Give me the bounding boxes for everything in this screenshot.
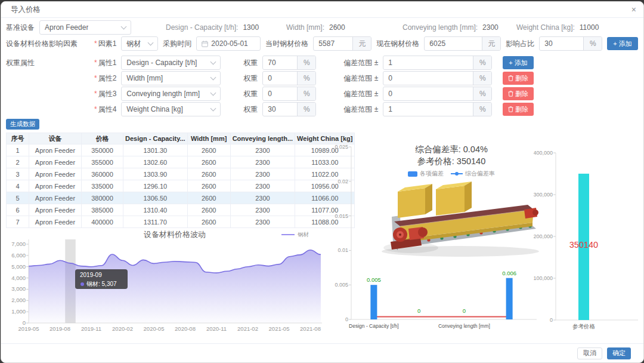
svg-text:0.025: 0.025 bbox=[335, 144, 348, 150]
table-cell: 3 bbox=[7, 168, 29, 180]
svg-text:2021-08: 2021-08 bbox=[300, 325, 321, 332]
range4-input[interactable]: % bbox=[383, 102, 492, 116]
range3-value[interactable] bbox=[383, 90, 473, 98]
chevron-down-icon bbox=[121, 24, 127, 30]
purchase-date-value[interactable] bbox=[208, 39, 260, 48]
price-now-value[interactable] bbox=[425, 39, 482, 48]
attr2-select[interactable]: Width [mm] bbox=[121, 71, 221, 85]
svg-text:0.01: 0.01 bbox=[338, 247, 348, 253]
table-header-cell[interactable]: Width [mm] bbox=[187, 133, 230, 144]
purchase-date-input[interactable] bbox=[196, 36, 261, 51]
svg-text:2019-05: 2019-05 bbox=[18, 325, 39, 332]
trash-icon bbox=[508, 75, 513, 81]
weight3-input[interactable]: % bbox=[262, 87, 316, 101]
confirm-button[interactable]: 确定 bbox=[607, 347, 631, 359]
weight-delete-button[interactable]: 删除 bbox=[503, 72, 534, 85]
table-row[interactable]: 1Apron Feeder3500001301.302600230010989.… bbox=[7, 144, 355, 156]
table-header-cell[interactable]: 设备 bbox=[29, 133, 82, 144]
weight-label: 权重 bbox=[243, 73, 258, 84]
table-cell: 1301.30 bbox=[123, 144, 188, 156]
svg-text:5,000: 5,000 bbox=[11, 263, 26, 270]
chevron-down-icon bbox=[210, 59, 216, 65]
range4-value[interactable] bbox=[383, 105, 473, 113]
table-row[interactable]: 5Apron Feeder3800001306.502600230011066.… bbox=[7, 192, 355, 204]
impact-ratio-input[interactable]: % bbox=[539, 36, 602, 51]
range-label: 偏差范围 ± bbox=[343, 73, 378, 84]
percent-suffix: % bbox=[297, 87, 315, 100]
weight-add-button[interactable]: + 添加 bbox=[503, 56, 533, 69]
impact-ratio-value[interactable] bbox=[540, 39, 583, 48]
range-label: 偏差范围 ± bbox=[343, 104, 378, 115]
table-header-cell[interactable]: 序号 bbox=[7, 133, 29, 144]
spec-capacity-label: Design - Capacity [t/h]: bbox=[166, 23, 238, 32]
range2-input[interactable]: % bbox=[383, 71, 492, 85]
weight2-value[interactable] bbox=[263, 74, 297, 82]
attr3-select[interactable]: Conveying length [mm] bbox=[121, 87, 221, 101]
table-cell: 1311.70 bbox=[123, 216, 188, 228]
spec-width-value: 2600 bbox=[329, 23, 345, 32]
svg-text:2020-05: 2020-05 bbox=[144, 325, 165, 332]
svg-text:2019-09: 2019-09 bbox=[80, 272, 102, 278]
attr1-select[interactable]: Design - Capacity [t/h] bbox=[121, 56, 221, 70]
table-cell: 6 bbox=[7, 204, 29, 216]
price-then-value[interactable] bbox=[314, 39, 352, 48]
table-cell: 2300 bbox=[230, 168, 295, 180]
weight2-input[interactable]: % bbox=[262, 71, 316, 85]
table-cell: 2600 bbox=[187, 204, 230, 216]
svg-text:2019-08: 2019-08 bbox=[49, 325, 70, 332]
spec-length: Conveying length [mm]: 2300 bbox=[402, 20, 499, 35]
svg-text:0: 0 bbox=[417, 307, 420, 314]
table-row[interactable]: 7Apron Feeder4000001311.702600230011088.… bbox=[7, 216, 355, 228]
table-row[interactable]: 4Apron Feeder3350001296.102600230010956.… bbox=[7, 180, 355, 192]
price-then-input[interactable]: 元 bbox=[313, 36, 371, 51]
close-icon[interactable]: × bbox=[631, 2, 636, 17]
material-price-line-chart[interactable]: 设备材料价格波动钢材01,0002,0003,0004,0005,0006,00… bbox=[6, 229, 328, 335]
svg-text:0.005: 0.005 bbox=[367, 276, 381, 283]
range3-input[interactable]: % bbox=[383, 87, 492, 101]
weight-delete-button[interactable]: 删除 bbox=[503, 87, 534, 100]
table-cell: 1296.10 bbox=[123, 180, 188, 192]
svg-text:Conveying length [mm]: Conveying length [mm] bbox=[438, 323, 490, 329]
table-row[interactable]: 2Apron Feeder3550001302.602600230011033.… bbox=[7, 156, 355, 168]
table-cell: 2600 bbox=[187, 156, 230, 168]
range2-value[interactable] bbox=[383, 74, 473, 82]
reference-price-bar-chart[interactable]: 0100,000200,000300,000400,000350140参考价格 bbox=[534, 145, 644, 333]
attr2-value: Width [mm] bbox=[126, 74, 163, 82]
table-header-cell[interactable]: 价格 bbox=[82, 133, 123, 144]
weight4-value[interactable] bbox=[263, 105, 297, 113]
weight1-value[interactable] bbox=[263, 59, 297, 67]
table-cell: 2600 bbox=[187, 216, 230, 228]
purchase-time-label: 采购时间 bbox=[163, 39, 191, 49]
table-row[interactable]: 3Apron Feeder3600001303.902600230011022.… bbox=[7, 168, 355, 180]
svg-text:2,000: 2,000 bbox=[11, 297, 26, 303]
table-cell: 2600 bbox=[187, 192, 230, 204]
weight1-input[interactable]: % bbox=[262, 56, 316, 70]
table-cell: Apron Feeder bbox=[29, 180, 82, 192]
spec-width: Width [mm]: 2600 bbox=[286, 20, 345, 35]
svg-text:0.02: 0.02 bbox=[338, 179, 348, 184]
table-header-cell[interactable]: Conveying length... bbox=[230, 133, 295, 144]
cancel-button[interactable]: 取消 bbox=[577, 347, 602, 359]
table-cell: 2 bbox=[7, 156, 29, 168]
svg-text:2019-11: 2019-11 bbox=[81, 325, 101, 332]
baseline-equipment-select[interactable]: Apron Feeder bbox=[39, 20, 131, 35]
range1-value[interactable] bbox=[383, 59, 473, 67]
weight4-input[interactable]: % bbox=[262, 102, 316, 116]
table-cell: 1303.90 bbox=[123, 168, 188, 180]
range1-input[interactable]: % bbox=[383, 56, 492, 70]
baseline-row: 基准设备 Apron Feeder Design - Capacity [t/h… bbox=[6, 20, 638, 35]
generate-data-button[interactable]: 生成数据 bbox=[6, 119, 39, 130]
weight-delete-button[interactable]: 删除 bbox=[503, 103, 534, 116]
price-now-input[interactable]: 元 bbox=[424, 36, 501, 51]
attr4-select[interactable]: Weight China [kg] bbox=[121, 102, 221, 116]
factor1-select[interactable]: 钢材 bbox=[121, 36, 158, 51]
factor-add-button[interactable]: + 添加 bbox=[607, 37, 637, 50]
required-asterisk: * bbox=[94, 90, 97, 98]
table-header-cell[interactable]: Design - Capacity... bbox=[123, 133, 188, 144]
weight-row-4: *属性4 Weight China [kg] 权重 % 偏差范围 ± % 删除 bbox=[6, 102, 534, 116]
table-cell: 7 bbox=[7, 216, 29, 228]
svg-text:0.006: 0.006 bbox=[502, 270, 516, 276]
attr2-label: *属性2 bbox=[94, 73, 116, 84]
weight3-value[interactable] bbox=[263, 90, 297, 98]
table-row[interactable]: 6Apron Feeder3850001310.402600230011077.… bbox=[7, 204, 355, 216]
